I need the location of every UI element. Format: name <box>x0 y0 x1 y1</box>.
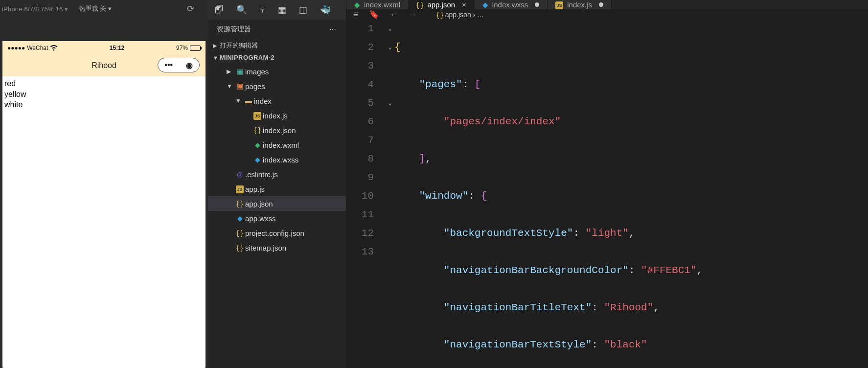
fold-gutter[interactable]: ⌄ ⌄ ⌄ <box>386 20 394 368</box>
tree-folder-pages[interactable]: ▼ ▣ pages <box>208 79 346 93</box>
line-gutter: 12345678910111213 <box>346 20 386 368</box>
fold-icon[interactable]: ⌄ <box>386 94 394 113</box>
refresh-icon[interactable]: ⟳ <box>187 3 194 14</box>
tree-label: app.js <box>245 185 265 193</box>
fold-icon[interactable]: ⌄ <box>386 20 394 38</box>
tab-label: index.wxss <box>492 0 528 9</box>
signal-icon: ●●●●● <box>7 45 25 51</box>
tree-label: app.wxss <box>245 214 276 223</box>
wxss-icon: ◆ <box>234 214 245 222</box>
fold-icon[interactable]: ⌄ <box>386 38 394 57</box>
tree-file-selected[interactable]: { } app.json <box>208 196 346 211</box>
code-content[interactable]: { "pages": [ "pages/index/index" ], "win… <box>394 20 868 368</box>
device-selector[interactable]: iPhone 6/7/8 75% 16 ▾ <box>0 5 69 13</box>
json-icon: { } <box>234 200 245 207</box>
js-icon: JS <box>555 1 563 9</box>
explorer-more-icon[interactable]: ⋯ <box>329 25 337 33</box>
tab-strip: ◆ index.wxml { } app.json × ◆ index.wxss… <box>346 0 868 9</box>
tree-label: index.wxss <box>263 156 298 164</box>
source-control-icon[interactable]: ⑂ <box>260 5 265 15</box>
capsule-close-icon[interactable]: ◉ <box>186 61 193 70</box>
tree-file[interactable]: ◆ index.wxss <box>208 152 346 167</box>
hot-reload-toggle[interactable]: 热重载 关 ▾ <box>79 4 112 13</box>
tab-index-wxml[interactable]: ◆ index.wxml <box>346 0 409 9</box>
forward-icon[interactable]: → <box>409 10 417 19</box>
battery-icon <box>190 46 201 51</box>
body-line: red <box>4 78 204 89</box>
tab-app-json[interactable]: { } app.json × <box>409 0 475 9</box>
tab-index-wxss[interactable]: ◆ index.wxss <box>475 0 548 9</box>
files-icon[interactable]: 🗐 <box>215 5 224 15</box>
explorer-header: 资源管理器 ⋯ <box>208 20 346 39</box>
wxml-icon: ◆ <box>252 141 263 149</box>
tree-file[interactable]: JS app.js <box>208 182 346 196</box>
outline-icon[interactable]: ≡ <box>353 10 358 19</box>
simulator-device: ●●●●● WeChat 15:12 97% Rihood ••• ◉ red … <box>2 41 206 368</box>
close-icon[interactable]: × <box>462 0 466 9</box>
chevron-right-icon: ▶ <box>227 68 234 75</box>
json-icon: { } <box>234 244 245 252</box>
image-folder-icon: ▣ <box>234 68 245 75</box>
wifi-icon <box>50 44 58 53</box>
explorer-title: 资源管理器 <box>217 25 251 34</box>
simulator-panel: iPhone 6/7/8 75% 16 ▾ 热重载 关 ▾ ⟳ ●●●●● We… <box>0 0 208 368</box>
tree-label: index <box>254 97 272 105</box>
extensions-icon[interactable]: ▦ <box>278 4 286 15</box>
js-icon: JS <box>236 185 244 193</box>
chevron-right-icon: ▶ <box>213 43 220 49</box>
carrier-label: WeChat <box>27 45 48 51</box>
tree-label: project.config.json <box>245 229 304 237</box>
tree-file[interactable]: ◆ index.wxml <box>208 138 346 152</box>
open-editors-section[interactable]: ▶ 打开的编辑器 <box>208 39 346 52</box>
tree-file[interactable]: JS index.js <box>208 108 346 123</box>
layout-icon[interactable]: ◫ <box>299 4 307 15</box>
tree-folder-images[interactable]: ▶ ▣ images <box>208 64 346 79</box>
code-editor[interactable]: 12345678910111213 ⌄ ⌄ ⌄ { "pages": [ "pa… <box>346 20 868 368</box>
capsule-menu-icon[interactable]: ••• <box>164 61 173 69</box>
tree-file[interactable]: ◆ app.wxss <box>208 211 346 226</box>
breadcrumb-bar: ≡ 🔖 ← → { } app.json › … <box>346 9 868 20</box>
tree-file[interactable]: { } project.config.json <box>208 226 346 240</box>
pages-folder-icon: ▣ <box>234 82 245 90</box>
wxml-icon: ◆ <box>354 0 360 9</box>
tree-label: .eslintrc.js <box>245 170 278 179</box>
tree-label: index.json <box>263 126 296 135</box>
dirty-indicator-icon <box>599 2 603 7</box>
tab-index-js[interactable]: JS index.js <box>548 0 612 9</box>
body-line: yellow <box>4 89 204 100</box>
project-section[interactable]: ▼ MINIPROGRAM-2 <box>208 52 346 63</box>
back-icon[interactable]: ← <box>390 10 398 19</box>
js-icon: JS <box>253 112 261 120</box>
json-icon: { } <box>252 126 263 134</box>
tree-file[interactable]: { } index.json <box>208 123 346 138</box>
file-tree: ▶ ▣ images ▼ ▣ pages ▼ ▬ index JS index.… <box>208 63 346 256</box>
chevron-down-icon: ▼ <box>213 55 220 61</box>
tree-file[interactable]: { } sitemap.json <box>208 240 346 255</box>
tree-label: index.js <box>263 112 288 120</box>
chevron-down-icon: ▼ <box>235 97 243 104</box>
tree-label: app.json <box>245 200 273 208</box>
tree-folder-index[interactable]: ▼ ▬ index <box>208 93 346 108</box>
body-line: white <box>4 99 204 110</box>
folder-icon: ▬ <box>243 97 254 105</box>
json-icon: { } <box>437 11 443 19</box>
tree-label: images <box>245 68 269 76</box>
tab-label: index.js <box>567 0 592 9</box>
tab-label: index.wxml <box>364 0 400 9</box>
nav-title: Rihood <box>91 61 116 70</box>
miniprogram-nav-bar: Rihood ••• ◉ <box>2 55 206 76</box>
capsule-button[interactable]: ••• ◉ <box>158 58 200 72</box>
tree-label: sitemap.json <box>245 244 286 252</box>
device-status-bar: ●●●●● WeChat 15:12 97% <box>2 41 206 55</box>
activity-icon-strip: 🗐 🔍 ⑂ ▦ ◫ 🐳 <box>208 0 346 20</box>
bookmark-icon[interactable]: 🔖 <box>369 10 379 19</box>
simulator-top-bar: iPhone 6/7/8 75% 16 ▾ 热重载 关 ▾ ⟳ <box>0 0 208 18</box>
dirty-indicator-icon <box>535 2 539 7</box>
search-icon[interactable]: 🔍 <box>236 4 247 15</box>
breadcrumb-path[interactable]: { } app.json › … <box>437 11 484 19</box>
docker-icon[interactable]: 🐳 <box>320 4 331 15</box>
wxss-icon: ◆ <box>252 156 263 163</box>
tree-file[interactable]: ◎ .eslintrc.js <box>208 167 346 182</box>
editor-panel: ◆ index.wxml { } app.json × ◆ index.wxss… <box>346 0 868 368</box>
tree-label: index.wxml <box>263 141 299 149</box>
